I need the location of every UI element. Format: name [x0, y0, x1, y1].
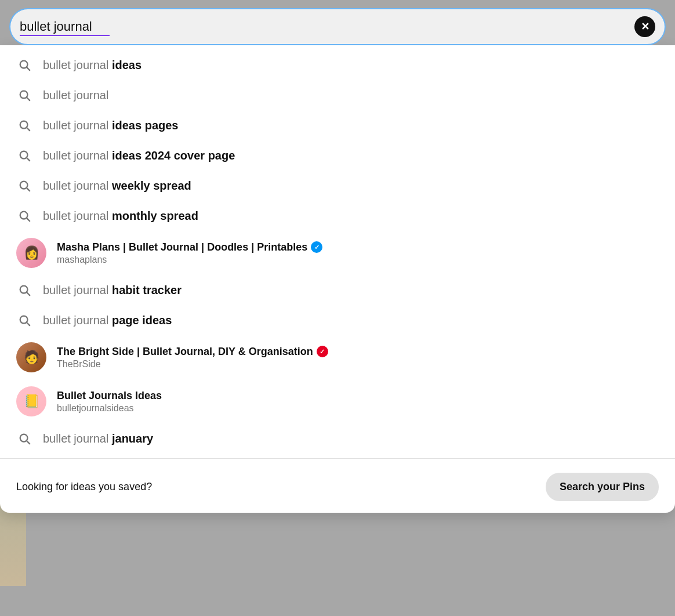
profile-name-text: The Bright Side | Bullet Journal, DIY & … — [57, 346, 313, 358]
search-icon — [18, 119, 31, 132]
search-icon-wrap — [16, 208, 32, 224]
search-icon-wrap — [16, 117, 32, 133]
suggestion-text: bullet journal habit tracker — [43, 284, 182, 297]
search-icon-wrap — [16, 177, 32, 194]
close-icon: ✕ — [641, 21, 649, 32]
profile-item-masha[interactable]: 👩 Masha Plans | Bullet Journal | Doodles… — [0, 231, 675, 275]
search-bar-wrapper: ✕ — [0, 0, 675, 45]
profile-username-brightside: TheBrSide — [57, 359, 328, 369]
search-icon — [18, 89, 31, 102]
search-input[interactable] — [20, 19, 634, 34]
suggestion-item[interactable]: bullet journal page ideas — [0, 305, 675, 335]
search-container: ✕ bullet journal ideas bullet jour — [0, 0, 675, 513]
suggestion-text: bullet journal january — [43, 432, 153, 445]
suggestion-text: bullet journal ideas — [43, 59, 141, 72]
search-icon — [18, 284, 31, 296]
footer-prompt-text: Looking for ideas you saved? — [16, 481, 152, 493]
suggestion-text: bullet journal monthly spread — [43, 209, 198, 223]
profile-name-text: Masha Plans | Bullet Journal | Doodles |… — [57, 241, 307, 253]
clear-button[interactable]: ✕ — [634, 16, 655, 37]
suggestion-text: bullet journal ideas pages — [43, 119, 178, 132]
suggestion-text: bullet journal weekly spread — [43, 179, 191, 193]
divider — [0, 458, 675, 459]
profile-item-bjideas[interactable]: 📒 Bullet Journals Ideas bulletjournalsid… — [0, 379, 675, 423]
suggestion-item[interactable]: bullet journal ideas pages — [0, 110, 675, 140]
search-icon — [18, 149, 31, 162]
search-icon-wrap — [16, 312, 32, 328]
suggestion-item[interactable]: bullet journal ideas — [0, 50, 675, 80]
search-dropdown: bullet journal ideas bullet journal bull… — [0, 45, 675, 513]
search-icon-wrap — [16, 282, 32, 298]
search-icon — [18, 432, 31, 445]
profile-name-brightside: The Bright Side | Bullet Journal, DIY & … — [57, 346, 328, 358]
suggestion-text: bullet journal — [43, 89, 108, 102]
profile-username-bjideas: bulletjournalsideas — [57, 403, 162, 414]
verified-badge-red: ✓ — [317, 346, 328, 357]
suggestion-text: bullet journal page ideas — [43, 314, 172, 327]
search-icon — [18, 179, 31, 192]
profile-item-brightside[interactable]: 🧑 The Bright Side | Bullet Journal, DIY … — [0, 335, 675, 379]
svg-line-11 — [27, 218, 30, 221]
search-icon — [18, 209, 31, 222]
svg-line-17 — [27, 441, 30, 444]
search-icon-wrap — [16, 87, 32, 103]
profile-name-bjideas: Bullet Journals Ideas — [57, 390, 162, 402]
search-icon-wrap — [16, 147, 32, 164]
svg-line-1 — [27, 67, 30, 70]
avatar-bjideas: 📒 — [16, 386, 46, 416]
profile-info-masha: Masha Plans | Bullet Journal | Doodles |… — [57, 241, 322, 265]
search-icon — [18, 59, 31, 71]
suggestion-text: bullet journal ideas 2024 cover page — [43, 149, 235, 162]
suggestion-item[interactable]: bullet journal — [0, 80, 675, 110]
suggestion-item[interactable]: bullet journal monthly spread — [0, 201, 675, 231]
suggestion-item[interactable]: bullet journal weekly spread — [0, 171, 675, 201]
suggestion-item[interactable]: bullet journal habit tracker — [0, 275, 675, 305]
avatar-masha: 👩 — [16, 238, 46, 268]
suggestion-item[interactable]: bullet journal ideas 2024 cover page — [0, 140, 675, 171]
profile-info-brightside: The Bright Side | Bullet Journal, DIY & … — [57, 346, 328, 369]
svg-line-3 — [27, 97, 30, 100]
avatar-bright: 🧑 — [16, 342, 46, 372]
search-bar: ✕ — [9, 8, 666, 45]
search-icon-wrap — [16, 57, 32, 73]
profile-info-bjideas: Bullet Journals Ideas bulletjournalsidea… — [57, 390, 162, 414]
search-icon-wrap — [16, 430, 32, 447]
svg-line-13 — [27, 292, 30, 295]
profile-name-text: Bullet Journals Ideas — [57, 390, 162, 402]
svg-line-9 — [27, 188, 30, 191]
svg-line-15 — [27, 323, 30, 325]
verified-badge-blue: ✓ — [311, 241, 322, 253]
suggestion-item[interactable]: bullet journal january — [0, 423, 675, 454]
search-input-underline — [20, 35, 110, 36]
footer-section: Looking for ideas you saved? Search your… — [0, 463, 675, 513]
profile-name-masha: Masha Plans | Bullet Journal | Doodles |… — [57, 241, 322, 253]
search-pins-button[interactable]: Search your Pins — [546, 473, 659, 501]
svg-line-5 — [27, 128, 30, 131]
search-icon — [18, 314, 31, 327]
profile-username-masha: mashaplans — [57, 255, 322, 265]
svg-line-7 — [27, 158, 30, 161]
